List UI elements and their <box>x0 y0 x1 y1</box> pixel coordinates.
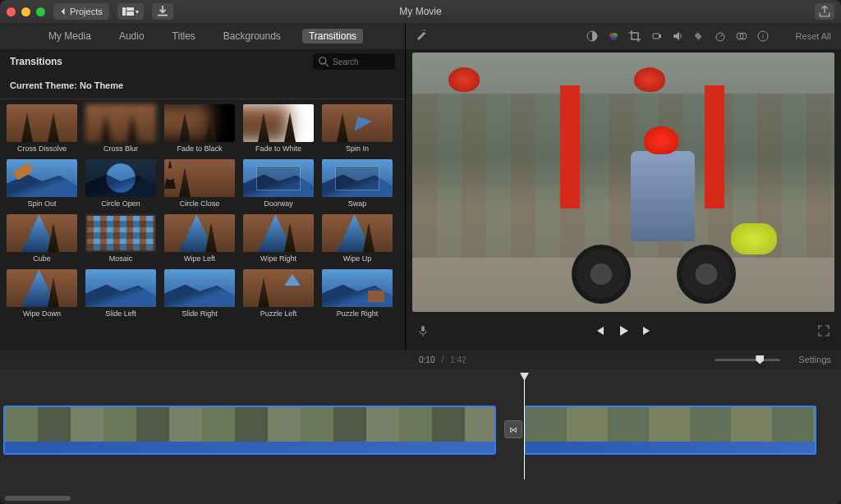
back-label: Projects <box>70 7 103 16</box>
transition-doorway[interactable]: Doorway <box>243 159 314 208</box>
transition-marker[interactable]: ⋈ <box>504 420 522 438</box>
fullscreen-icon[interactable] <box>818 325 830 340</box>
zoom-window-icon[interactable] <box>36 7 45 16</box>
transition-puzzle-right[interactable]: Puzzle Right <box>322 269 393 318</box>
tab-titles[interactable]: Titles <box>166 29 202 44</box>
adjustment-toolbar: i Reset All <box>406 23 841 49</box>
color-balance-icon[interactable] <box>586 30 599 43</box>
total-time: 1:42 <box>450 355 466 364</box>
stabilization-icon[interactable] <box>650 30 663 43</box>
titlebar: Projects ▾ My Movie <box>0 0 841 23</box>
tab-my-media[interactable]: My Media <box>42 29 98 44</box>
settings-button[interactable]: Settings <box>798 355 831 364</box>
library-title: Transitions <box>10 56 62 67</box>
minimize-window-icon[interactable] <box>21 7 30 16</box>
svg-rect-10 <box>659 34 661 38</box>
current-theme-label: Current Theme: No Theme <box>0 74 405 99</box>
timeline-clip[interactable] <box>524 405 816 455</box>
tab-backgrounds[interactable]: Backgrounds <box>217 29 287 44</box>
transition-swap[interactable]: Swap <box>322 159 393 208</box>
window-controls <box>7 7 45 16</box>
svg-line-4 <box>325 63 329 66</box>
time-ruler-bar: 0:10 / 1:42 Settings <box>0 350 841 369</box>
clip-filter-icon[interactable] <box>735 30 748 43</box>
current-time: 0:10 <box>419 355 434 364</box>
preview-viewer[interactable] <box>412 53 834 312</box>
transition-mosaic[interactable]: Mosaic <box>85 214 156 263</box>
library-view-toggle[interactable]: ▾ <box>117 3 144 20</box>
color-correction-icon[interactable] <box>607 30 620 43</box>
horizontal-scrollbar[interactable] <box>5 496 71 501</box>
transition-wipe-right[interactable]: Wipe Right <box>243 214 314 263</box>
timeline[interactable]: ⋈ <box>0 369 841 504</box>
transition-cross-dissolve[interactable]: Cross Dissolve <box>7 104 77 153</box>
svg-rect-2 <box>126 11 134 16</box>
timeline-clip[interactable] <box>3 405 496 455</box>
playhead[interactable] <box>524 373 525 479</box>
transition-puzzle-left[interactable]: Puzzle Left <box>243 269 314 318</box>
tab-transitions[interactable]: Transitions <box>302 29 363 44</box>
media-library-pane: My Media Audio Titles Backgrounds Transi… <box>0 23 406 350</box>
transitions-grid: Cross Dissolve Cross Blur Fade to Black … <box>0 99 405 350</box>
prev-button[interactable] <box>593 325 604 340</box>
transition-spin-in[interactable]: Spin In <box>322 104 393 153</box>
transition-wipe-left[interactable]: Wipe Left <box>164 214 235 263</box>
crop-icon[interactable] <box>628 30 641 43</box>
volume-icon[interactable] <box>671 30 684 43</box>
preview-pane: i Reset All <box>406 23 841 350</box>
transition-slide-right[interactable]: Slide Right <box>164 269 235 318</box>
magic-wand-icon[interactable] <box>416 29 427 44</box>
transition-cube[interactable]: Cube <box>7 214 77 263</box>
close-window-icon[interactable] <box>7 7 16 16</box>
noise-reduction-icon[interactable] <box>692 30 705 43</box>
svg-text:i: i <box>762 33 764 40</box>
transition-fade-to-black[interactable]: Fade to Black <box>164 104 235 153</box>
reset-all-button[interactable]: Reset All <box>796 31 831 41</box>
svg-point-3 <box>319 57 326 64</box>
search-input[interactable] <box>333 57 390 66</box>
transition-circle-open[interactable]: Circle Open <box>85 159 156 208</box>
voiceover-mic-icon[interactable] <box>417 325 429 340</box>
transition-spin-out[interactable]: Spin Out <box>7 159 77 208</box>
share-button[interactable] <box>815 3 834 20</box>
info-icon[interactable]: i <box>756 30 770 43</box>
search-field[interactable] <box>313 53 395 70</box>
transition-circle-close[interactable]: Circle Close <box>164 159 235 208</box>
transport-bar <box>406 315 841 350</box>
tab-audio[interactable]: Audio <box>113 29 151 44</box>
svg-rect-16 <box>421 326 425 332</box>
media-tabs: My Media Audio Titles Backgrounds Transi… <box>0 23 405 49</box>
svg-rect-0 <box>122 7 126 16</box>
preview-frame <box>412 53 834 312</box>
play-button[interactable] <box>618 325 629 340</box>
transition-slide-left[interactable]: Slide Left <box>85 269 156 318</box>
svg-rect-1 <box>126 7 134 11</box>
import-button[interactable] <box>152 3 173 20</box>
transition-wipe-up[interactable]: Wipe Up <box>322 214 393 263</box>
svg-point-8 <box>611 35 616 40</box>
transition-cross-blur[interactable]: Cross Blur <box>85 104 156 153</box>
back-to-projects-button[interactable]: Projects <box>53 3 109 20</box>
transition-fade-to-white[interactable]: Fade to White <box>243 104 314 153</box>
video-track[interactable] <box>0 405 816 458</box>
search-icon <box>318 56 329 67</box>
speed-icon[interactable] <box>714 30 727 43</box>
zoom-slider[interactable] <box>715 359 780 361</box>
next-button[interactable] <box>642 325 654 340</box>
svg-rect-9 <box>653 34 659 39</box>
transition-wipe-down[interactable]: Wipe Down <box>7 269 77 318</box>
